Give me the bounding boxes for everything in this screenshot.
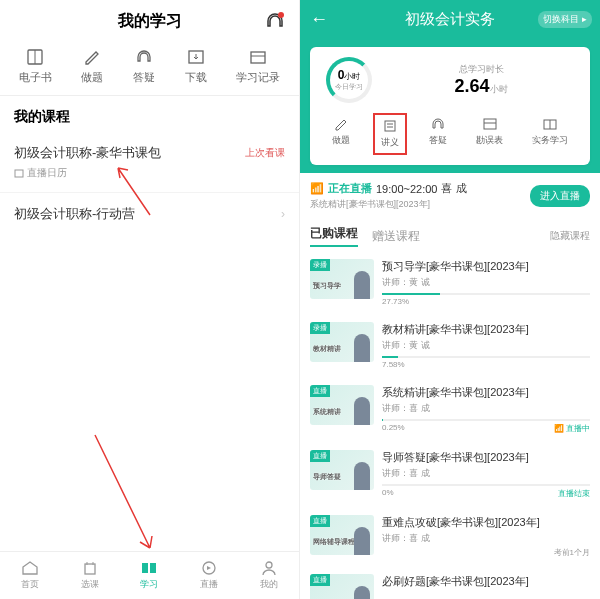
- course-thumb: 直播 网络辅导课程: [310, 515, 374, 555]
- course-1-title: 初级会计职称-豪华书课包: [14, 144, 161, 162]
- today-ring: 0小时 今日学习: [326, 57, 372, 103]
- nav-select[interactable]: 选课: [60, 552, 120, 599]
- course-teacher: 讲师：喜 成: [382, 467, 590, 480]
- course-teacher: 讲师：黄 诚: [382, 276, 590, 289]
- action-row: 做题 讲义 答疑 勘误表 实务学习: [318, 113, 582, 155]
- course-list-item[interactable]: 录播 预习导学 预习导学[豪华书课包][2023年] 讲师：黄 诚 27.73%: [300, 251, 600, 314]
- course-list-item[interactable]: 直播 系统精讲 系统精讲[豪华书课包][2023年] 讲师：喜 成 0.25%📶…: [300, 377, 600, 442]
- left-header: 我的学习: [0, 0, 299, 42]
- svg-rect-6: [15, 170, 23, 177]
- chevron-right-icon: ›: [281, 207, 285, 221]
- course-thumb: 直播 系统精讲: [310, 385, 374, 425]
- svg-point-9: [266, 562, 272, 568]
- hide-courses-link[interactable]: 隐藏课程: [550, 229, 590, 243]
- live-calendar[interactable]: 直播日历: [0, 166, 299, 192]
- course-teacher: 讲师：喜 成: [382, 402, 590, 415]
- course-title: 预习导学[豪华书课包][2023年]: [382, 259, 590, 274]
- action-errata[interactable]: 勘误表: [470, 113, 509, 155]
- right-pane: ← 初级会计实务 切换科目 ▸ 0小时 今日学习 总学习时长 2.64小时 做题…: [300, 0, 600, 599]
- course-list-item[interactable]: 直播 导师答疑 导师答疑[豪华书课包][2023年] 讲师：喜 成 0% 直播结…: [300, 442, 600, 507]
- course-list-item[interactable]: 直播 网络辅导课程 重难点攻破[豪华书课包][2023年] 讲师：喜 成 考前1…: [300, 507, 600, 566]
- tab-record[interactable]: 学习记录: [236, 48, 280, 85]
- live-banner: 📶 正在直播 19:00~22:00 喜 成 系统精讲[豪华书课包][2023年…: [300, 173, 600, 219]
- nav-me[interactable]: 我的: [239, 552, 299, 599]
- enter-live-button[interactable]: 进入直播: [530, 185, 590, 207]
- switch-subject-button[interactable]: 切换科目 ▸: [538, 11, 592, 28]
- course-title: 教材精讲[豪华书课包][2023年]: [382, 322, 590, 337]
- action-practice-study[interactable]: 实务学习: [526, 113, 574, 155]
- course-teacher: 讲师：喜 成: [382, 532, 590, 545]
- svg-rect-10: [385, 121, 395, 131]
- course-thumb: 录播 预习导学: [310, 259, 374, 299]
- course-title: 必刷好题[豪华书课包][2023年]: [382, 574, 590, 589]
- course-title: 系统精讲[豪华书课包][2023年]: [382, 385, 590, 400]
- tab-gift[interactable]: 赠送课程: [372, 228, 420, 245]
- left-header-title: 我的学习: [118, 11, 182, 32]
- course-thumb: 直播 导师答疑: [310, 450, 374, 490]
- course-title: 导师答疑[豪华书课包][2023年]: [382, 450, 590, 465]
- course-teacher: 讲师：黄 诚: [382, 339, 590, 352]
- course-list: 录播 预习导学 预习导学[豪华书课包][2023年] 讲师：黄 诚 27.73%…: [300, 251, 600, 599]
- tab-ebook[interactable]: 电子书: [19, 48, 52, 85]
- headset-notif-icon[interactable]: [265, 12, 285, 30]
- bottom-nav: 首页 选课 学习 直播 我的: [0, 551, 299, 599]
- svg-rect-4: [251, 52, 265, 63]
- my-courses-heading: 我的课程: [0, 96, 299, 132]
- live-badge: 正在直播: [328, 181, 372, 196]
- total-label: 总学习时长: [380, 63, 582, 76]
- annotation-arrow-2: [90, 430, 160, 555]
- course-item-2[interactable]: 初级会计职称-行动营 ›: [0, 192, 299, 235]
- course-title: 重难点攻破[豪华书课包][2023年]: [382, 515, 590, 530]
- svg-rect-7: [85, 564, 95, 574]
- right-header: ← 初级会计实务 切换科目 ▸: [300, 0, 600, 39]
- course-list-item[interactable]: 录播 教材精讲 教材精讲[豪华书课包][2023年] 讲师：黄 诚 7.58%: [300, 314, 600, 377]
- live-subtitle: 系统精讲[豪华书课包][2023年]: [310, 198, 524, 211]
- last-view-link[interactable]: 上次看课: [245, 146, 285, 160]
- left-pane: 我的学习 电子书 做题 答疑 下载 学习记录 我的课程 初级会计职称-豪华书课包…: [0, 0, 300, 599]
- tab-download[interactable]: 下载: [185, 48, 207, 85]
- stats-card: 0小时 今日学习 总学习时长 2.64小时 做题 讲义 答疑 勘误表 实务学习: [310, 47, 590, 165]
- tab-practice[interactable]: 做题: [81, 48, 103, 85]
- total-value: 2.64: [454, 76, 489, 96]
- left-tabs: 电子书 做题 答疑 下载 学习记录: [0, 42, 299, 96]
- nav-home[interactable]: 首页: [0, 552, 60, 599]
- course-thumb: 录播 教材精讲: [310, 322, 374, 362]
- course-tabs: 已购课程 赠送课程 隐藏课程: [300, 219, 600, 251]
- course-thumb: 直播: [310, 574, 374, 599]
- svg-rect-13: [484, 119, 496, 129]
- nav-live[interactable]: 直播: [179, 552, 239, 599]
- course-item-1[interactable]: 初级会计职称-豪华书课包 上次看课: [0, 132, 299, 166]
- tab-purchased[interactable]: 已购课程: [310, 225, 358, 247]
- tab-qa[interactable]: 答疑: [133, 48, 155, 85]
- nav-study[interactable]: 学习: [120, 552, 180, 599]
- action-notes[interactable]: 讲义: [373, 113, 407, 155]
- action-practice[interactable]: 做题: [326, 113, 356, 155]
- svg-point-0: [278, 12, 284, 18]
- action-qa[interactable]: 答疑: [423, 113, 453, 155]
- back-icon[interactable]: ←: [310, 9, 328, 30]
- right-header-title: 初级会计实务: [405, 10, 495, 29]
- course-2-title: 初级会计职称-行动营: [14, 205, 135, 223]
- course-list-item[interactable]: 直播 必刷好题[豪华书课包][2023年]: [300, 566, 600, 599]
